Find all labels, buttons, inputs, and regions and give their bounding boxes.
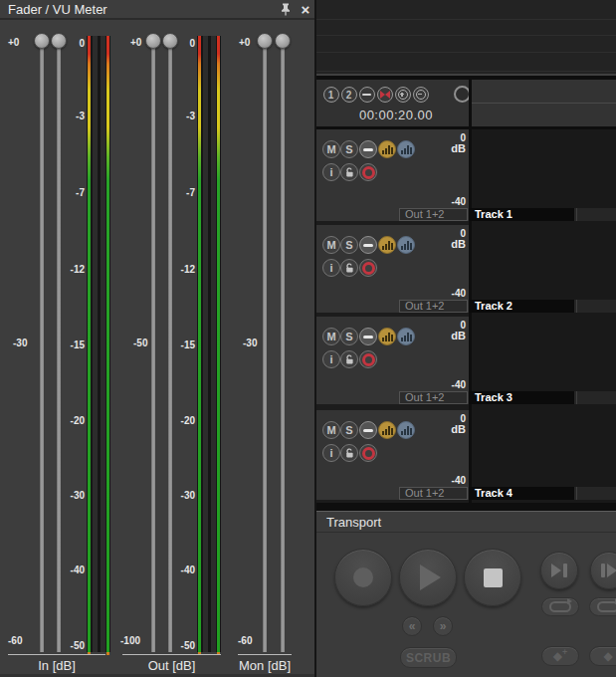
fader-mid-label: -50 [133,338,147,348]
rewind-button[interactable]: « [402,616,422,636]
minimize-track-button[interactable] [359,236,377,254]
fader-knob[interactable] [34,33,50,49]
minus-icon [363,244,373,247]
record-icon [362,166,375,179]
meter-display-button[interactable] [378,140,396,158]
close-button[interactable]: × [298,1,313,18]
play-to-end-button[interactable] [540,552,578,589]
record-icon [353,567,373,587]
record-icon [362,447,375,460]
minimize-track-button[interactable] [359,140,377,158]
fader-knob[interactable] [275,33,291,49]
output-routing-box[interactable]: Out 1+2 [399,391,468,404]
fader-mid-label: -30 [243,338,257,348]
spectral-display-button[interactable] [397,140,415,158]
solo-button[interactable]: S [340,140,358,158]
play-button[interactable] [399,549,457,606]
transport-top-gap [316,503,616,511]
stop-button[interactable] [464,549,521,606]
zoom-out-button[interactable] [413,87,429,103]
spectral-display-button[interactable] [397,421,415,439]
grid-tick [576,208,577,221]
meter-scale-label: -15 [173,339,195,350]
record-arm-button[interactable] [359,444,377,462]
lock-button[interactable] [340,259,358,277]
record-arm-button[interactable] [359,259,377,277]
add-marker-button[interactable]: ◆+ [541,646,579,666]
meter-scale-label: -15 [63,339,85,350]
output-routing-box[interactable]: Out 1+2 [399,208,468,221]
track-info-button[interactable]: i [322,259,340,277]
vu-meter-in [87,36,110,652]
fader-top-label: +0 [8,37,19,48]
loop-range-button[interactable] [589,597,616,616]
zoom-in-button[interactable] [395,87,411,103]
meter-display-button[interactable] [378,421,396,439]
meter-display-button[interactable] [378,328,396,345]
mouse-mode-2-button[interactable]: 2 [341,87,357,103]
meter-scale-label: -12 [63,264,85,275]
record-button[interactable] [334,549,392,606]
timeline-ruler[interactable] [472,80,616,126]
mute-button[interactable]: M [322,328,340,345]
play-from-start-button[interactable] [590,552,616,589]
marker-button[interactable]: ◆ [589,646,616,666]
track-name-tab[interactable]: Track 2 [469,300,574,313]
loop-icon [597,601,616,612]
record-arm-button[interactable] [359,163,377,181]
fader-knob[interactable] [257,33,273,49]
meter-scale-label: -3 [173,111,195,121]
spectral-display-button[interactable] [397,328,415,345]
fader-track [281,47,285,652]
lock-button[interactable] [340,350,358,368]
track-info-button[interactable]: i [322,444,340,462]
scrub-button[interactable]: SCRUB [400,647,457,668]
bar-chart-icon [382,145,393,154]
fader-mid-label: -30 [13,338,27,348]
fader-knob[interactable] [145,33,161,49]
track-info-button[interactable]: i [322,163,340,181]
skip-start-icon [601,564,616,577]
minimize-track-button[interactable] [359,421,377,439]
minus-icon [363,148,373,151]
lock-button[interactable] [340,444,358,462]
bar-chart-icon [401,241,412,250]
mute-button[interactable]: M [322,140,340,158]
pin-button[interactable] [279,3,293,18]
lock-button[interactable] [340,163,358,181]
meter-led-column [101,36,105,652]
mouse-mode-1-button[interactable]: 1 [323,87,339,103]
section-underline [122,654,221,655]
track-name-tab[interactable]: Track 4 [469,487,574,500]
transport-panel: Transport « » [316,511,616,677]
track-name-tab[interactable]: Track 3 [469,391,574,404]
solo-button[interactable]: S [340,328,358,345]
mute-button[interactable]: M [322,421,340,439]
db-scale-bottom: -40 [452,288,466,299]
track-name-strip: Track 2 [469,300,616,313]
zoom-range-icon [380,91,390,99]
forward-button[interactable]: » [433,616,453,636]
track-info-button[interactable]: i [322,350,340,368]
fader-track [40,47,44,652]
spectral-display-button[interactable] [397,236,415,254]
row-divider [316,19,616,20]
record-arm-button[interactable] [359,350,377,368]
track-name-tab[interactable]: Track 1 [469,208,574,221]
collapse-button[interactable] [359,87,375,103]
mute-button[interactable]: M [322,236,340,254]
timecode-display[interactable]: 00:00:20.00 [326,108,466,122]
row-divider [316,52,616,53]
arrangement-area[interactable] [472,129,616,503]
vu-meter-out [197,36,221,652]
output-routing-box[interactable]: Out 1+2 [399,300,468,313]
zoom-to-range-button[interactable] [377,87,393,103]
meter-led-column [211,36,216,652]
meter-scale-label: -20 [173,415,195,426]
loop-button[interactable] [541,597,579,616]
output-routing-box[interactable]: Out 1+2 [399,487,468,500]
solo-button[interactable]: S [340,236,358,254]
solo-button[interactable]: S [340,421,358,439]
minimize-track-button[interactable] [359,328,377,345]
meter-display-button[interactable] [378,236,396,254]
